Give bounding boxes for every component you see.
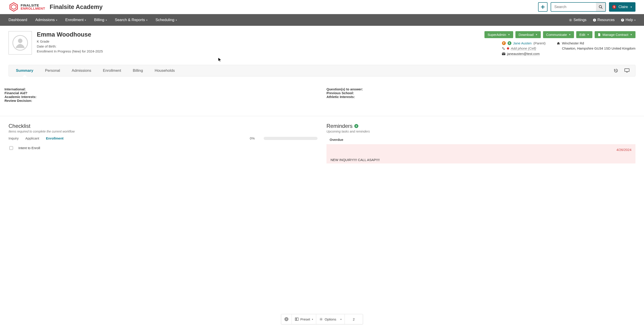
gear-icon [569,18,572,22]
nav-label: Settings [574,18,586,22]
student-dob-label: Date of Birth: [37,44,103,49]
add-reminder-button[interactable]: + [354,124,358,128]
checklist-title: Checklist [8,123,318,129]
button-label: SuperAdmin [488,33,506,36]
nav-search-reports[interactable]: Search & Reports▾ [115,18,148,22]
nav-label: Enrollment [65,18,84,22]
chevron-down-icon: ▾ [85,19,86,21]
add-button[interactable] [538,2,548,12]
parent-line: P $ Jane Austen (Parent) [502,41,546,45]
chevron-down-icon: ▾ [176,19,177,21]
email-line: janeausten@test.com [502,52,546,56]
history-icon [614,68,618,73]
svg-text:?: ? [622,19,623,21]
parent-name-link[interactable]: Jane Austen [513,41,532,45]
communicate-button[interactable]: Communicate▼ [543,31,574,38]
s-badge-icon: $ [508,41,512,45]
overdue-text: NEW INQUIRY!!!! CALL ASAP!!!! [330,158,380,162]
p-badge-icon: P [502,41,506,45]
search-button[interactable] [596,3,606,11]
svg-text:i: i [594,19,595,21]
nav-label: Dashboard [8,18,27,22]
download-button[interactable]: Download▼ [516,31,541,38]
topbar: FINALSITE ENROLLMENT Finalsite Academy 5… [0,0,644,14]
nav-label: Help [626,18,633,22]
nav-help[interactable]: ? Help ▾ [621,18,636,22]
info-icon: i [593,18,596,22]
edit-button[interactable]: Edit▼ [576,31,592,38]
add-phone-link[interactable]: Add phone (Cell) [511,46,536,50]
checklist-checkbox[interactable] [10,146,13,150]
checklist-panel: Checklist Items required to complete the… [8,123,318,163]
history-button[interactable] [614,68,618,73]
overdue-body[interactable]: NEW INQUIRY!!!! CALL ASAP!!!! [326,153,636,163]
search-input[interactable] [551,3,596,11]
student-avatar[interactable] [8,31,32,54]
addr1: Winchester Rd [562,41,584,45]
nav-billing[interactable]: Billing▾ [94,18,106,22]
tab-admissions[interactable]: Admissions [66,65,97,76]
parent-role: (Parent) [534,41,546,45]
nav-label: Admissions [35,18,55,22]
info-review: Review Decision: [4,99,318,102]
chevron-down-icon: ▼ [630,6,632,8]
tab-households[interactable]: Households [149,65,181,76]
manage-contract-button[interactable]: Manage Contract▼ [595,31,636,38]
nav-enrollment[interactable]: Enrollment▾ [65,18,86,22]
chevron-down-icon: ▼ [568,33,571,36]
phone-icon [502,47,505,50]
tab-billing[interactable]: Billing [127,65,149,76]
envelope-icon [502,52,505,55]
checklist-tab-applicant[interactable]: Applicant [25,136,39,140]
logo-text: FINALSITE ENROLLMENT [21,4,45,10]
svg-point-10 [18,38,22,43]
nav-settings[interactable]: Settings [569,18,586,22]
search-icon [599,5,603,9]
tab-personal[interactable]: Personal [39,65,66,76]
nav-dashboard[interactable]: Dashboard [8,18,27,22]
checklist-item-label: Intent to Enroll [18,146,40,150]
checklist-tab-enrollment[interactable]: Enrollment [46,136,64,140]
svg-marker-1 [12,5,16,9]
overdue-card[interactable]: 4/26/2024 [326,144,636,153]
nav-admissions[interactable]: Admissions▾ [35,18,57,22]
superadmin-button[interactable]: SuperAdmin▼ [484,31,513,38]
addr2: Chawton, Hampshire GU34 1SD United Kingd… [562,46,636,50]
tab-enrollment[interactable]: Enrollment [97,65,127,76]
button-label: Communicate [546,33,567,36]
checklist-item: Intent to Enroll [8,143,318,153]
student-status: Enrollment In Progress (New) for 2024-20… [37,49,103,54]
document-icon [598,33,601,36]
overdue-date: 4/26/2024 [616,148,632,152]
user-menu[interactable]: 5 Claire ▼ [609,2,636,12]
record-tabs: Summary Personal Admissions Enrollment B… [8,65,636,76]
notification-badge: 5 [612,5,616,9]
info-athletic: Athletic Interests: [326,95,640,99]
nav-label: Resources [598,18,614,22]
user-name: Claire [618,5,628,9]
chevron-down-icon: ▼ [630,33,632,36]
nav-label: Scheduling [156,18,174,22]
email-link[interactable]: janeausten@test.com [507,52,540,56]
info-financial-aid: Financial Aid? [4,91,318,95]
chevron-down-icon: ▾ [56,19,57,21]
chevron-down-icon: ▼ [508,33,510,36]
tab-summary[interactable]: Summary [10,65,39,76]
address-line2: Chawton, Hampshire GU34 1SD United Kingd… [557,46,636,50]
help-icon: ? [621,18,624,22]
status-dot-icon [507,47,509,49]
progress-bar [264,137,318,140]
checklist-tab-inquiry[interactable]: Inquiry [8,136,18,140]
plus-icon [541,5,545,9]
progress-percent: 0% [250,136,255,140]
button-label: Manage Contract [602,33,628,36]
brand-logo[interactable]: FINALSITE ENROLLMENT [9,2,45,12]
nav-resources[interactable]: i Resources [593,18,614,22]
display-button[interactable] [624,68,630,73]
nav-scheduling[interactable]: Scheduling▾ [156,18,177,22]
svg-rect-11 [502,52,505,55]
button-label: Download [518,33,534,36]
logo-icon [9,2,18,12]
student-grade: K Grade [37,39,103,44]
checklist-subtitle: Items required to complete the current w… [8,130,318,133]
